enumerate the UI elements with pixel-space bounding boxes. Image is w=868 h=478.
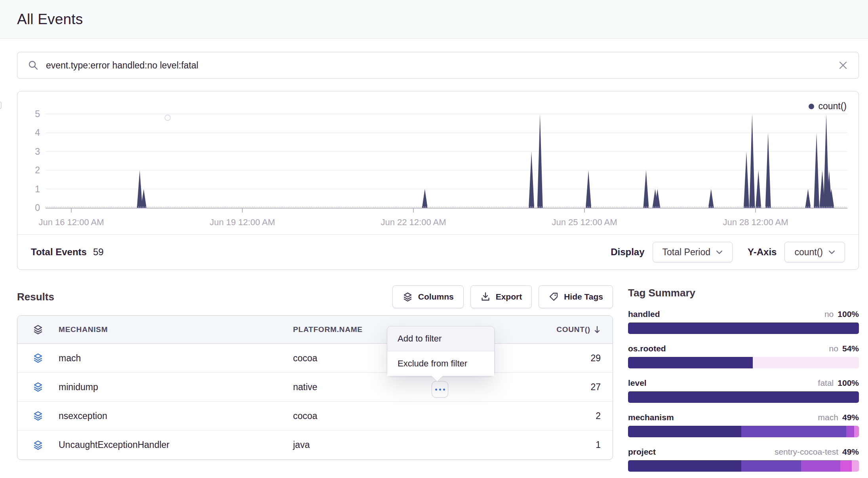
tag-bar-segment [801,460,840,472]
stack-icon[interactable] [17,324,59,335]
cell-mechanism[interactable]: UncaughtExceptionHandler [59,440,293,450]
stack-icon [17,353,59,364]
svg-text:1: 1 [35,184,40,194]
tag-bar-segment [854,426,859,437]
svg-text:2: 2 [35,165,40,175]
tag-top-percentage: 49% [842,447,859,456]
svg-text:4: 4 [35,127,40,138]
yaxis-dropdown-value: count() [794,247,823,258]
page-title: All Events [17,11,83,28]
tag-summary-entry: mechanismmach49% [628,413,859,437]
cell-mechanism[interactable]: minidump [59,382,293,393]
column-header-count[interactable]: COUNT() [529,325,613,334]
download-icon [480,292,491,302]
yaxis-label: Y-Axis [748,247,777,258]
legend-series-label: count() [818,101,847,112]
cell-context-menu: Add to filter Exclude from filter [387,326,495,376]
tag-bar-segment [741,460,801,472]
tag-distribution-bar[interactable] [628,391,859,403]
total-events-label: Total Events [31,247,87,258]
tag-distribution-bar[interactable] [628,322,859,334]
columns-button-label: Columns [418,292,454,302]
legend-series-dot [809,104,814,109]
export-button[interactable]: Export [470,285,532,308]
tag-summary-entry: levelfatal100% [628,378,859,403]
columns-button[interactable]: Columns [392,285,464,308]
tag-distribution-bar[interactable] [628,357,859,368]
tag-bar-segment [628,460,741,472]
search-icon [28,60,39,71]
display-dropdown[interactable]: Total Period [653,242,733,262]
search-input[interactable] [46,60,838,71]
cell-mechanism[interactable]: nsexception [59,411,293,421]
menu-item-add-to-filter[interactable]: Add to filter [387,326,494,351]
events-chart[interactable]: 012345Jun 16 12:00 AMJun 19 12:00 AMJun … [17,91,858,234]
search-bar [17,52,859,79]
menu-item-exclude-from-filter[interactable]: Exclude from filter [387,351,494,376]
events-chart-svg: 012345Jun 16 12:00 AMJun 19 12:00 AMJun … [17,91,858,234]
hide-tags-button[interactable]: Hide Tags [539,285,613,308]
yaxis-dropdown[interactable]: count() [784,242,845,262]
table-row[interactable]: machcocoa29 [17,344,613,373]
tag-top-value: no [829,344,838,353]
chevron-down-icon [828,250,835,254]
svg-text:Jun 22 12:00 AM: Jun 22 12:00 AM [381,217,446,227]
display-dropdown-value: Total Period [662,247,710,258]
tag-bar-segment [846,426,854,437]
cell-mechanism[interactable]: mach [59,353,293,364]
tag-name: mechanism [628,413,674,422]
cell-count[interactable]: 29 [529,353,613,364]
svg-text:3: 3 [35,146,40,157]
tag-top-percentage: 100% [838,378,859,387]
page-header: All Events [0,0,868,39]
drag-handle[interactable] [0,101,2,109]
cell-platform[interactable]: native [293,382,529,393]
stack-icon [17,381,59,393]
stack-icon [17,410,59,421]
row-actions-button[interactable] [432,381,448,398]
cell-platform[interactable]: java [293,440,529,450]
ellipsis-icon [435,389,437,391]
cell-platform[interactable]: cocoa [293,411,529,421]
events-chart-card: 012345Jun 16 12:00 AMJun 19 12:00 AMJun … [17,91,859,270]
table-header-row: MECHANISM PLATFORM.NAME COUNT() [17,316,613,344]
tag-bar-segment [628,322,859,334]
column-header-count-label: COUNT() [556,325,590,334]
tag-top-percentage: 49% [842,413,859,422]
cell-count[interactable]: 2 [529,411,613,421]
chevron-down-icon [716,250,723,254]
svg-text:5: 5 [35,109,40,119]
table-row[interactable]: minidumpnative27 [17,373,613,402]
tag-summary-heading: Tag Summary [628,287,859,299]
tag-name: project [628,447,656,457]
column-header-mechanism[interactable]: MECHANISM [59,325,293,334]
tag-bar-segment [628,357,753,368]
tag-distribution-bar[interactable] [628,426,859,437]
chart-footer: Total Events 59 Display Total Period Y-A… [17,234,858,269]
cell-count[interactable]: 1 [529,440,613,450]
svg-text:Jun 25 12:00 AM: Jun 25 12:00 AM [552,217,617,227]
tag-summary-entry: os.rootedno54% [628,344,859,368]
display-label: Display [611,247,644,258]
results-toolbar: Columns Export [392,285,613,308]
tag-bar-segment [840,460,852,472]
tag-name: handled [628,309,660,319]
tag-summary-list: handledno100%os.rootedno54%levelfatal100… [628,309,859,472]
export-button-label: Export [496,292,522,302]
chart-legend[interactable]: count() [809,101,847,112]
tag-summary-panel: Tag Summary handledno100%os.rootedno54%l… [628,285,859,478]
tag-bar-segment [741,426,846,437]
clear-search-icon[interactable] [838,60,848,70]
sort-desc-arrow-icon [594,325,601,334]
cell-count[interactable]: 27 [529,382,613,393]
tag-icon [548,292,559,302]
stack-icon [17,440,59,451]
tag-summary-entry: handledno100% [628,309,859,334]
results-table: MECHANISM PLATFORM.NAME COUNT() machcoco… [17,315,613,460]
tag-distribution-bar[interactable] [628,460,859,472]
total-events-value: 59 [93,247,104,258]
table-row[interactable]: nsexceptioncocoa2 [17,402,613,431]
tag-top-percentage: 100% [838,309,859,319]
tag-bar-segment [628,391,859,403]
table-row[interactable]: UncaughtExceptionHandlerjava1 [17,431,613,459]
